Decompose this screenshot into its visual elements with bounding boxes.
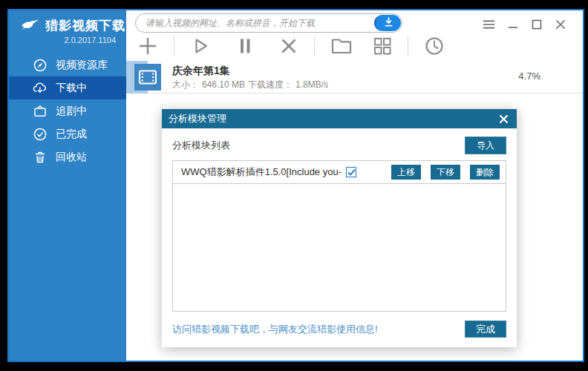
module-list-item[interactable]: WWQ猎影解析插件1.5.0[Include you- 上移 下移 删除 <box>173 161 506 184</box>
window-controls <box>483 18 566 30</box>
app-logo-row: 猎影视频下载 <box>9 10 126 34</box>
check-circle-icon <box>33 127 48 142</box>
toolbar-separator <box>408 36 408 56</box>
sidebar-item-label: 追剧中 <box>56 105 87 118</box>
sidebar-item-label: 下载中 <box>56 82 87 95</box>
search-bar <box>135 13 402 33</box>
move-down-button[interactable]: 下移 <box>431 165 460 180</box>
sidebar-item-label: 已完成 <box>56 128 87 141</box>
dialog-close-button[interactable] <box>497 112 510 125</box>
size-label: 大小： <box>172 79 199 90</box>
pause-icon <box>235 36 255 56</box>
app-version: 2.0.2017.1104 <box>9 36 126 45</box>
toolbar-separator <box>174 36 174 56</box>
plugin-name: WWQ猎影解析插件1.5.0[Include you- <box>181 165 342 179</box>
module-manager-dialog: 分析模块管理 分析模块列表 导入 WWQ猎影解析插件1.5.0[Include … <box>162 109 517 347</box>
done-button[interactable]: 完成 <box>465 321 506 338</box>
search-download-button[interactable] <box>374 15 401 31</box>
minimize-button[interactable] <box>506 18 519 30</box>
module-list-label: 分析模块列表 <box>172 139 230 152</box>
cancel-button[interactable] <box>279 36 298 56</box>
speed-value: 1.8MB/s <box>295 79 328 90</box>
download-arrow-icon <box>384 16 393 30</box>
trash-icon <box>33 150 48 165</box>
plugin-enabled-checkbox[interactable] <box>346 167 356 177</box>
tv-icon <box>33 104 48 119</box>
start-button[interactable] <box>190 36 211 56</box>
app-window: 猎影视频下载 2.0.2017.1104 视频资源库 <box>7 9 584 362</box>
toolbar-separator <box>314 36 315 56</box>
move-up-button[interactable]: 上移 <box>391 165 421 180</box>
download-row[interactable]: 庆余年第1集 大小：646.10 MB下载速度：1.8MB/s 4.7% <box>126 61 583 93</box>
toolbar <box>137 33 445 59</box>
speed-label: 下载速度： <box>248 79 293 90</box>
minimize-icon <box>508 19 518 30</box>
close-icon <box>555 19 566 30</box>
swallow-logo-icon <box>21 18 40 33</box>
hamburger-icon <box>483 19 495 30</box>
video-file-icon <box>134 64 161 91</box>
grid-view-button[interactable] <box>373 36 392 56</box>
sidebar-item-following-series[interactable]: 追剧中 <box>9 99 126 122</box>
close-button[interactable] <box>554 18 566 30</box>
sidebar-nav: 视频资源库 下载中 追剧中 <box>9 53 126 168</box>
cloud-download-icon <box>33 81 48 96</box>
search-input[interactable] <box>136 18 374 28</box>
download-title: 庆余年第1集 <box>172 65 230 78</box>
main-area: 庆余年第1集 大小：646.10 MB下载速度：1.8MB/s 4.7% 分析模… <box>126 10 583 361</box>
dialog-title: 分析模块管理 <box>169 112 226 125</box>
sidebar-item-completed[interactable]: 已完成 <box>9 122 126 145</box>
dialog-body: 分析模块列表 导入 WWQ猎影解析插件1.5.0[Include you- 上移 <box>162 137 517 347</box>
open-folder-button[interactable] <box>330 36 353 56</box>
module-list: WWQ猎影解析插件1.5.0[Include you- 上移 下移 删除 <box>172 160 506 312</box>
sidebar-item-downloading[interactable]: 下载中 <box>9 76 126 99</box>
community-link[interactable]: 访问猎影视频下载吧，与网友交流猎影使用信息! <box>172 323 378 336</box>
play-icon <box>190 36 211 56</box>
compass-icon <box>33 58 48 73</box>
sidebar-item-label: 回收站 <box>56 151 87 164</box>
sidebar-item-label: 视频资源库 <box>56 59 108 72</box>
maximize-icon <box>532 19 542 30</box>
dialog-titlebar: 分析模块管理 <box>162 109 517 128</box>
download-meta: 大小：646.10 MB下载速度：1.8MB/s <box>172 79 331 91</box>
cancel-icon <box>279 36 298 56</box>
sidebar-item-video-library[interactable]: 视频资源库 <box>9 53 126 76</box>
sidebar-item-recycle-bin[interactable]: 回收站 <box>9 145 126 168</box>
dialog-footer: 访问猎影视频下载吧，与网友交流猎影使用信息! 完成 <box>172 321 506 338</box>
app-title: 猎影视频下载 <box>45 17 125 34</box>
add-task-button[interactable] <box>137 36 158 56</box>
close-icon <box>499 114 509 124</box>
menu-button[interactable] <box>483 18 495 30</box>
grid-icon <box>373 36 392 56</box>
checkmark-icon <box>347 168 356 177</box>
delete-button[interactable]: 删除 <box>470 165 500 180</box>
pause-button[interactable] <box>235 36 255 56</box>
import-button[interactable]: 导入 <box>465 137 506 154</box>
history-clock-icon <box>424 36 445 56</box>
download-progress-percent: 4.7% <box>518 70 540 82</box>
history-button[interactable] <box>424 36 445 56</box>
sidebar: 猎影视频下载 2.0.2017.1104 视频资源库 <box>9 10 126 361</box>
add-icon <box>137 36 158 56</box>
maximize-button[interactable] <box>530 18 543 30</box>
size-value: 646.10 MB <box>202 79 245 90</box>
folder-icon <box>330 36 353 56</box>
